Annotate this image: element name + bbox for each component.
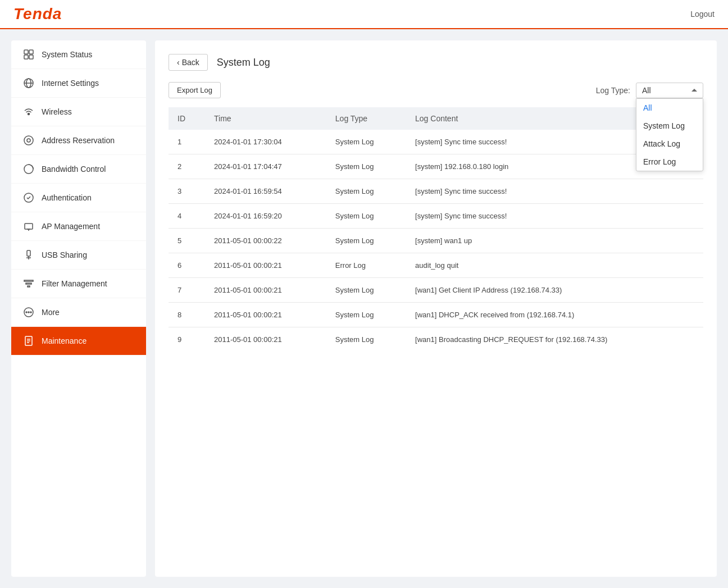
- svg-rect-20: [28, 286, 30, 287]
- sidebar: System StatusInternet SettingsWirelessAd…: [11, 40, 146, 577]
- cell-id: 5: [169, 229, 205, 253]
- dropdown-display[interactable]: All: [636, 83, 703, 98]
- cell-content: [wan1] Broadcasting DHCP_REQUEST for (19…: [406, 327, 703, 352]
- svg-point-9: [27, 139, 30, 142]
- log-type-label: Log Type:: [596, 86, 630, 95]
- svg-rect-18: [24, 280, 33, 281]
- internet-settings-icon: [22, 77, 35, 89]
- table-body: 12024-01-01 17:30:04System Log[system] S…: [169, 130, 703, 352]
- table-row: 12024-01-01 17:30:04System Log[system] S…: [169, 130, 703, 154]
- page-title: System Log: [217, 57, 270, 69]
- sidebar-item-authentication[interactable]: Authentication: [11, 184, 146, 212]
- toolbar: Export Log Log Type: All AllSystem LogAt…: [169, 82, 703, 98]
- sidebar-label-maintenance: Maintenance: [42, 336, 87, 345]
- dropdown-option-error-log[interactable]: Error Log: [636, 153, 703, 171]
- sidebar-item-ap-management[interactable]: AP Management: [11, 212, 146, 241]
- svg-rect-19: [26, 283, 31, 284]
- address-reservation-icon: [22, 134, 35, 147]
- logout-button[interactable]: Logout: [690, 10, 715, 19]
- svg-rect-2: [24, 55, 28, 59]
- sidebar-item-address-reservation[interactable]: Address Reservation: [11, 126, 146, 155]
- sidebar-label-system-status: System Status: [42, 50, 92, 59]
- cell-type: System Log: [326, 303, 406, 327]
- export-log-button[interactable]: Export Log: [169, 82, 221, 98]
- sidebar-label-authentication: Authentication: [42, 193, 92, 202]
- svg-rect-12: [25, 224, 33, 229]
- dropdown-option-all[interactable]: All: [636, 99, 703, 117]
- sidebar-item-bandwidth-control[interactable]: Bandwidth Control: [11, 155, 146, 184]
- svg-point-23: [28, 312, 29, 313]
- svg-rect-0: [24, 50, 28, 54]
- svg-rect-3: [29, 55, 33, 59]
- cell-id: 6: [169, 253, 205, 278]
- sidebar-label-usb-sharing: USB Sharing: [42, 250, 87, 259]
- maintenance-icon: [22, 335, 35, 347]
- logo: Tenda: [13, 5, 62, 23]
- cell-id: 3: [169, 179, 205, 204]
- column-header-log-type: Log Type: [326, 107, 406, 130]
- svg-point-8: [24, 136, 33, 145]
- sidebar-item-more[interactable]: More: [11, 298, 146, 327]
- ap-management-icon: [22, 220, 35, 233]
- cell-type: Error Log: [326, 253, 406, 278]
- usb-sharing-icon: [22, 249, 35, 261]
- cell-id: 9: [169, 327, 205, 352]
- cell-content: [wan1] Get Client IP Address (192.168.74…: [406, 278, 703, 303]
- cell-content: audit_log quit: [406, 253, 703, 278]
- chevron-left-icon: ‹: [177, 58, 180, 67]
- cell-type: System Log: [326, 130, 406, 154]
- content-panel: ‹ Back System Log Export Log Log Type: A…: [155, 40, 717, 577]
- sidebar-item-system-status[interactable]: System Status: [11, 40, 146, 69]
- table-header-row: IDTimeLog TypeLog Content: [169, 107, 703, 130]
- cell-content: [system] Sync time success!: [406, 204, 703, 229]
- page-header: ‹ Back System Log: [169, 54, 703, 71]
- sidebar-item-internet-settings[interactable]: Internet Settings: [11, 69, 146, 98]
- cell-type: System Log: [326, 327, 406, 352]
- cell-content: [system] Sync time success!: [406, 179, 703, 204]
- table-row: 62011-05-01 00:00:21Error Logaudit_log q…: [169, 253, 703, 278]
- log-type-filter: Log Type: All AllSystem LogAttack LogErr…: [596, 83, 703, 98]
- table-row: 42024-01-01 16:59:20System Log[system] S…: [169, 204, 703, 229]
- cell-content: [system] wan1 up: [406, 229, 703, 253]
- cell-time: 2024-01-01 16:59:20: [205, 204, 326, 229]
- svg-point-7: [28, 113, 30, 115]
- sidebar-label-wireless: Wireless: [42, 107, 72, 116]
- table-row: 82011-05-01 00:00:21System Log[wan1] DHC…: [169, 303, 703, 327]
- cell-id: 7: [169, 278, 205, 303]
- cell-id: 4: [169, 204, 205, 229]
- sidebar-item-usb-sharing[interactable]: USB Sharing: [11, 241, 146, 270]
- cell-time: 2011-05-01 00:00:22: [205, 229, 326, 253]
- dropdown-current-value: All: [642, 86, 651, 95]
- wireless-icon: [22, 106, 35, 118]
- dropdown-option-system-log[interactable]: System Log: [636, 117, 703, 135]
- sidebar-label-ap-management: AP Management: [42, 222, 100, 231]
- cell-time: 2011-05-01 00:00:21: [205, 253, 326, 278]
- cell-content: [wan1] DHCP_ACK received from (192.168.7…: [406, 303, 703, 327]
- sidebar-label-filter-management: Filter Management: [42, 279, 107, 288]
- header: Tenda Logout: [0, 0, 728, 29]
- column-header-time: Time: [205, 107, 326, 130]
- back-button[interactable]: ‹ Back: [169, 54, 208, 71]
- cell-id: 1: [169, 130, 205, 154]
- log-type-dropdown[interactable]: All AllSystem LogAttack LogError Log: [636, 83, 703, 98]
- chevron-up-icon: [691, 89, 697, 92]
- cell-time: 2011-05-01 00:00:21: [205, 303, 326, 327]
- system-status-icon: [22, 48, 35, 61]
- cell-time: 2011-05-01 00:00:21: [205, 327, 326, 352]
- svg-point-24: [30, 312, 31, 313]
- table-header: IDTimeLog TypeLog Content: [169, 107, 703, 130]
- cell-type: System Log: [326, 154, 406, 179]
- column-header-id: ID: [169, 107, 205, 130]
- more-icon: [22, 306, 35, 318]
- filter-management-icon: [22, 277, 35, 290]
- sidebar-item-maintenance[interactable]: Maintenance: [11, 327, 146, 355]
- sidebar-item-filter-management[interactable]: Filter Management: [11, 270, 146, 298]
- svg-point-22: [26, 312, 27, 313]
- table-row: 32024-01-01 16:59:54System Log[system] S…: [169, 179, 703, 204]
- sidebar-label-internet-settings: Internet Settings: [42, 79, 99, 88]
- cell-type: System Log: [326, 179, 406, 204]
- sidebar-label-more: More: [42, 308, 60, 317]
- table-row: 92011-05-01 00:00:21System Log[wan1] Bro…: [169, 327, 703, 352]
- dropdown-option-attack-log[interactable]: Attack Log: [636, 135, 703, 153]
- sidebar-item-wireless[interactable]: Wireless: [11, 98, 146, 126]
